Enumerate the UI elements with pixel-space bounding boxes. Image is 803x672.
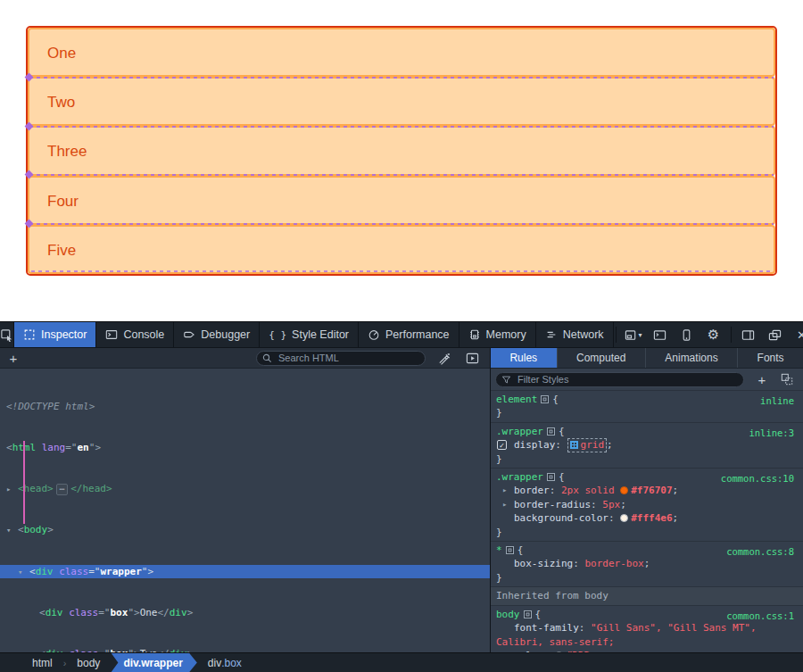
gear-icon: ⚙ [708, 327, 719, 343]
close-devtools-button[interactable]: ✕ [791, 323, 803, 346]
rule-selector-line[interactable]: body{ common.css:1 [494, 608, 799, 621]
rule-selector: .wrapper [496, 426, 543, 437]
code-token: div [46, 607, 63, 618]
selector-highlighter-icon[interactable] [506, 546, 514, 554]
property-name: font-family [514, 622, 579, 634]
breadcrumb-item-body[interactable]: body [66, 653, 111, 672]
selector-highlighter-icon[interactable] [547, 473, 555, 481]
devtools-panel: Inspector Console Debugger { } Style Edi… [0, 321, 803, 672]
inspector-icon [23, 328, 36, 341]
close-icon: ✕ [797, 328, 803, 342]
expand-arrow-icon[interactable]: ▸ [502, 498, 507, 511]
tab-fonts[interactable]: Fonts [738, 348, 803, 368]
expand-arrow-icon[interactable]: ▸ [502, 484, 507, 497]
code-token: "> [128, 648, 139, 652]
code-token: class [69, 607, 98, 618]
css-declaration-color[interactable]: color: #333; [494, 649, 799, 652]
markup-line[interactable]: <div class="box">Two</div> [0, 647, 490, 652]
expand-arrow-icon[interactable]: ▾ [6, 524, 18, 537]
code-token: : [573, 558, 584, 569]
rule-selector-line[interactable]: element{ inline [494, 393, 799, 406]
tab-label: Inspector [41, 328, 87, 341]
markup-line[interactable]: <div class="box">One</div> [0, 606, 490, 619]
expand-arrow-icon[interactable]: ▾ [18, 566, 29, 579]
markup-line[interactable]: ▸<head>⋯</head> [0, 482, 490, 495]
property-value: border-box [584, 558, 643, 569]
markup-pane: + [0, 348, 491, 652]
code-token: > [187, 648, 194, 652]
toggle-classes-button[interactable] [776, 370, 798, 388]
search-icon [262, 353, 272, 363]
tab-rules[interactable]: Rules [491, 348, 558, 368]
declaration-checkbox[interactable]: ✓ [497, 440, 507, 450]
css-declaration-box-sizing[interactable]: box-sizing: border-box; [494, 557, 799, 570]
color-swatch[interactable] [620, 486, 628, 494]
color-swatch[interactable] [620, 514, 628, 522]
grid-wrapper: One Two Three Four Five [26, 26, 777, 276]
tab-network[interactable]: Network [536, 322, 614, 347]
css-declaration-background-color[interactable]: background-color: #fff4e6; [494, 511, 799, 525]
markup-line[interactable]: <html lang="en"> [0, 441, 490, 454]
code-token: < [6, 442, 12, 453]
search-html-input[interactable] [256, 351, 426, 366]
code-token: div [46, 648, 63, 652]
tab-inspector[interactable]: Inspector [14, 322, 96, 347]
breadcrumb-item-html[interactable]: html [21, 653, 63, 672]
code-token: div [170, 648, 187, 652]
selector-highlighter-icon[interactable] [547, 427, 555, 436]
eyedropper-button[interactable] [433, 349, 454, 367]
code-token: < [18, 524, 24, 535]
breadcrumb-item-div-box[interactable]: div.box [197, 653, 252, 672]
color-swatch[interactable] [555, 651, 563, 652]
markup-line[interactable]: ▾<body> [0, 523, 490, 536]
code-token: > [47, 524, 54, 535]
css-declaration-font-family-wrap[interactable]: Calibri, sans-serif; [494, 635, 799, 649]
tab-computed[interactable]: Computed [558, 348, 646, 368]
markup-line-selected[interactable]: ▾<div class="wrapper"> [0, 565, 490, 578]
filter-styles-input[interactable] [495, 372, 744, 387]
rule-selector-line[interactable]: *{ common.css:8 [494, 543, 799, 557]
rule-selector: element [496, 394, 537, 405]
code-token: en [78, 442, 89, 453]
selector-highlighter-icon[interactable] [541, 395, 549, 403]
css-rule-universal: *{ common.css:8 box-sizing: border-box; … [491, 542, 803, 587]
separate-window-button[interactable] [764, 323, 787, 346]
code-token: < [39, 648, 46, 652]
breadcrumb-item-selected[interactable]: div.wrapper [111, 653, 196, 672]
tab-memory[interactable]: Memory [459, 322, 536, 347]
responsive-design-mode-button[interactable] [675, 323, 699, 346]
expand-arrow-icon[interactable]: ▸ [6, 483, 18, 496]
css-declaration-display[interactable]: ✓ display: grid; [494, 438, 799, 452]
code-token: < [29, 566, 36, 577]
grid-highlighter-toggle-icon[interactable] [570, 441, 578, 449]
selector-highlighter-icon[interactable] [524, 610, 532, 618]
property-value: grid [581, 439, 605, 451]
rule-selector-line[interactable]: .wrapper{ inline:3 [494, 425, 799, 438]
console-icon [105, 328, 118, 341]
tab-debugger[interactable]: Debugger [174, 322, 260, 347]
rule-selector-line[interactable]: .wrapper{ common.css:10 [494, 470, 799, 484]
dock-to-side-button[interactable] [737, 323, 760, 346]
add-rule-button[interactable]: + [751, 370, 773, 388]
code-token: <!DOCTYPE html> [6, 401, 95, 412]
element-picker-button[interactable] [0, 322, 14, 347]
tab-style-editor[interactable]: { } Style Editor [260, 322, 359, 347]
css-declaration-border-radius[interactable]: ▸ border-radius: 5px; [494, 498, 799, 511]
code-token: =" [98, 607, 110, 618]
split-console-button[interactable] [649, 323, 672, 346]
tab-performance[interactable]: Performance [359, 322, 459, 347]
breadcrumb: html › body div.wrapper div.box [0, 652, 803, 672]
devtools-main: + [0, 348, 803, 652]
add-node-button[interactable]: + [4, 351, 23, 366]
tab-console[interactable]: Console [96, 322, 174, 347]
select-iframe-button[interactable]: ▾ [622, 323, 645, 346]
css-declaration-font-family[interactable]: font-family: "Gill Sans", "Gill Sans MT"… [494, 621, 799, 635]
three-pane-toggle-button[interactable] [461, 349, 483, 367]
grid-box: Five [28, 225, 775, 274]
markup-line[interactable]: <!DOCTYPE html> [0, 400, 490, 413]
element-picker-icon [0, 328, 13, 342]
tab-animations[interactable]: Animations [646, 348, 738, 368]
css-declaration-border[interactable]: ▸ border: 2px solid #f76707; [494, 484, 799, 497]
ellipsis-badge[interactable]: ⋯ [56, 484, 68, 495]
settings-button[interactable]: ⚙ [702, 323, 725, 346]
